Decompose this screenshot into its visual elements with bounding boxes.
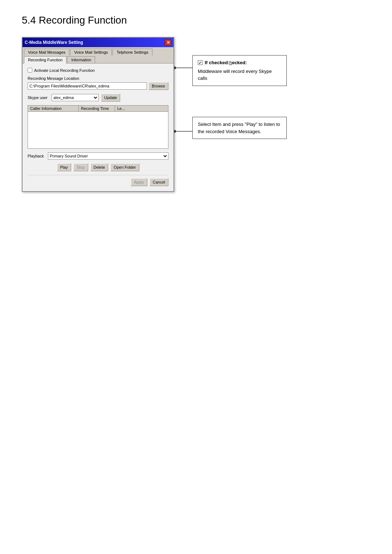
callout1-text: Middleware will record every Skype calls (198, 69, 272, 81)
activate-checkbox[interactable] (28, 68, 32, 73)
playback-buttons: Play Stop Delete Open Folder (28, 163, 168, 171)
callout-checked: ✔ If checked:hecked: Middleware will rec… (192, 55, 287, 86)
close-button[interactable]: ✕ (165, 39, 171, 46)
cancel-button[interactable]: Cancel (150, 178, 168, 186)
playback-label: Playback (28, 154, 46, 158)
skype-user-label: Skype user (28, 95, 49, 100)
callout-checkbox-icon: ✔ (198, 60, 203, 65)
tab-voice-mail-settings[interactable]: Voice Mail Settings (70, 49, 112, 56)
dialog-title: C-Media MiddleWare Setting (25, 40, 83, 45)
path-row: Browse (28, 82, 168, 90)
table-header: Caller Information Recording Time Le... (28, 106, 168, 112)
callout1-bold: If checked:hecked: (205, 59, 247, 66)
open-folder-button[interactable]: Open Folder (110, 163, 139, 171)
path-input[interactable] (28, 82, 147, 90)
callout2-text: Select Item and press "Play" to listen t… (198, 122, 280, 134)
play-button[interactable]: Play (57, 163, 71, 171)
callout-play: Select Item and press "Play" to listen t… (192, 117, 287, 139)
delete-button[interactable]: Delete (90, 163, 109, 171)
browse-button[interactable]: Browse (148, 82, 168, 90)
tab-row: Voice Mail Messages Voice Mail Settings … (23, 47, 173, 63)
col-recording-time: Recording Time (79, 106, 115, 111)
tab-voice-mail-messages[interactable]: Voice Mail Messages (24, 49, 69, 56)
col-le: Le... (115, 106, 130, 111)
page-title: 5.4 Recording Function (22, 15, 370, 26)
update-button[interactable]: Update (101, 94, 120, 102)
skype-user-select[interactable]: alex_edima (52, 94, 99, 101)
svg-point-3 (174, 130, 176, 133)
dialog-content: Activate Local Recording Function Record… (23, 63, 173, 191)
recordings-table[interactable]: Caller Information Recording Time Le... (28, 105, 168, 149)
tab-recording-function[interactable]: Recording Function (24, 56, 66, 63)
stop-button[interactable]: Stop (73, 163, 88, 171)
tab-information[interactable]: Information (67, 56, 95, 63)
callout-area: ✔ If checked:hecked: Middleware will rec… (174, 37, 370, 218)
playback-select[interactable]: Primary Sound Driver (48, 152, 168, 160)
playback-row: Playback Primary Sound Driver (28, 152, 168, 160)
skype-user-row: Skype user alex_edima Update (28, 94, 168, 102)
apply-button[interactable]: Apply (131, 178, 147, 186)
recording-location-label: Recording Message Location (28, 76, 168, 81)
col-caller-info: Caller Information (28, 106, 79, 111)
dialog-titlebar: C-Media MiddleWare Setting ✕ (23, 38, 173, 47)
tab-telphone-settings[interactable]: Telphone Settings (113, 49, 152, 56)
activate-label: Activate Local Recording Function (34, 68, 95, 73)
dialog-footer: Apply Cancel (28, 175, 168, 186)
callout1-icon-row: ✔ If checked:hecked: (198, 59, 281, 66)
dialog-window: C-Media MiddleWare Setting ✕ Voice Mail … (22, 37, 174, 192)
activate-checkbox-row: Activate Local Recording Function (28, 68, 168, 73)
svg-point-1 (174, 66, 176, 69)
